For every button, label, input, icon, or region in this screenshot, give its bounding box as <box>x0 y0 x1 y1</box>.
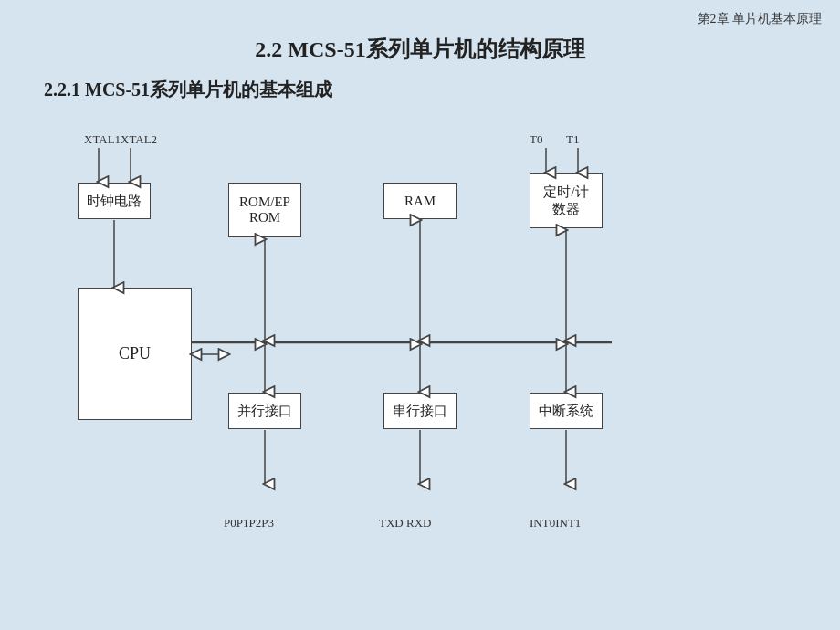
box-parallel: 并行接口 <box>228 393 301 429</box>
main-title: 2.2 MCS-51系列单片机的结构原理 <box>255 35 584 64</box>
box-cpu: CPU <box>78 288 192 420</box>
label-xtal2: XTAL2 <box>121 132 157 147</box>
box-rom: ROM/EP ROM <box>228 183 301 237</box>
box-ram: RAM <box>383 183 457 219</box>
box-interrupt: 中断系统 <box>530 393 603 429</box>
box-timer: 定时/计 数器 <box>530 173 603 228</box>
chapter-label: 第2章 单片机基本原理 <box>698 11 823 27</box>
label-int01: INT0INT1 <box>530 516 581 530</box>
label-p0p1p2p3: P0P1P2P3 <box>224 516 274 530</box>
box-serial: 串行接口 <box>383 393 457 429</box>
box-clock: 时钟电路 <box>78 183 151 219</box>
section-title: 2.2.1 MCS-51系列单片机的基本组成 <box>44 78 332 102</box>
page: 第2章 单片机基本原理 2.2 MCS-51系列单片机的结构原理 2.2.1 M… <box>0 0 840 630</box>
label-xtal1: XTAL1 <box>84 132 121 147</box>
label-t1: T1 <box>566 132 579 147</box>
diagram: XTAL1 XTAL2 T0 T1 时钟电路 ROM/EP ROM RAM 定时… <box>46 132 794 589</box>
label-t0: T0 <box>530 132 542 147</box>
label-txdrxd: TXD RXD <box>379 516 431 530</box>
